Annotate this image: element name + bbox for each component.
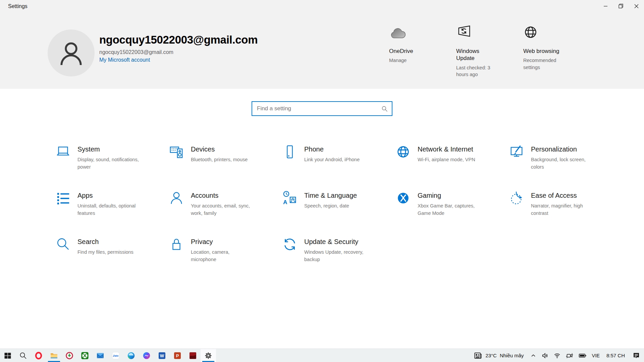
- microsoft-account-link[interactable]: My Microsoft account: [99, 57, 150, 63]
- settings-home-header: Settings ngocquy15022003@gmail.com ngocq…: [0, 0, 644, 89]
- taskbar: Zalo: [0, 349, 644, 362]
- close-icon: [634, 4, 639, 8]
- svg-text:P: P: [176, 353, 179, 358]
- quick-link-onedrive[interactable]: OneDrive Manage: [389, 23, 433, 64]
- hidden-icons-chevron[interactable]: [528, 349, 539, 362]
- action-center-button[interactable]: [629, 349, 644, 362]
- notification-icon: [632, 352, 640, 360]
- tile-devices[interactable]: Devices Bluetooth, printers, mouse: [169, 144, 282, 180]
- tile-ease-of-access[interactable]: Ease of Access Narrator, magnifier, high…: [509, 190, 622, 226]
- taskbar-apps: Zalo: [0, 349, 216, 362]
- lock-icon: [169, 237, 184, 252]
- devices-icon: [169, 144, 184, 160]
- settings-grid: System Display, sound, notifications, po…: [55, 144, 622, 272]
- tile-apps[interactable]: Apps Uninstall, defaults, optional featu…: [55, 190, 169, 226]
- globe-icon: [523, 25, 538, 40]
- window-controls: [598, 0, 644, 12]
- search-icon: [19, 352, 27, 360]
- opera-icon: [35, 352, 43, 360]
- svg-text:A: A: [283, 199, 287, 205]
- sync-icon: [282, 237, 298, 252]
- personalization-icon: [509, 144, 524, 160]
- quick-link-title: Web browsing: [523, 48, 574, 55]
- ease-of-access-icon: [509, 190, 524, 206]
- volume-icon: [541, 352, 549, 359]
- quick-link-title: Windows Update: [456, 48, 496, 62]
- quick-link-web-browsing[interactable]: Web browsing Recommended settings: [523, 23, 574, 71]
- windows-logo-icon: [4, 352, 12, 360]
- search-input[interactable]: [257, 105, 381, 112]
- svg-text:Zalo: Zalo: [113, 354, 119, 357]
- taskbar-opera-button[interactable]: [31, 349, 46, 362]
- account-info: ngocquy15022003@gmail.com ngocquy1502200…: [99, 34, 258, 63]
- taskbar-messenger-button[interactable]: [139, 349, 154, 362]
- wifi-button[interactable]: [551, 349, 563, 362]
- taskbar-edge-button[interactable]: [123, 349, 139, 362]
- quick-link-subtitle: Last checked: 3 hours ago: [456, 64, 496, 78]
- search-icon: [55, 237, 71, 252]
- weather-condition: Nhiều mây: [500, 353, 524, 358]
- zalo-icon: Zalo: [112, 352, 120, 360]
- quick-link-subtitle: Manage: [389, 57, 433, 64]
- battery-indicator[interactable]: [576, 349, 589, 362]
- camera-icon: [566, 352, 574, 360]
- tile-phone[interactable]: Phone Link your Android, iPhone: [282, 144, 395, 180]
- tile-update-security[interactable]: Update & Security Windows Update, recove…: [282, 237, 395, 272]
- tile-personalization[interactable]: Personalization Background, lock screen,…: [509, 144, 622, 180]
- clock[interactable]: 8:57 CH: [603, 349, 629, 362]
- meet-now-camera-button[interactable]: [563, 349, 576, 362]
- taskbar-zalo-button[interactable]: Zalo: [108, 349, 123, 362]
- xbox-icon: [81, 352, 89, 360]
- taskbar-idm-button[interactable]: [62, 349, 77, 362]
- tile-gaming[interactable]: Gaming Xbox Game Bar, captures, Game Mod…: [395, 190, 509, 226]
- settings-window: Settings ngocquy15022003@gmail.com ngocq…: [0, 0, 644, 362]
- news-icon: [474, 351, 482, 360]
- gear-icon: [204, 352, 212, 360]
- close-button[interactable]: [629, 0, 644, 12]
- taskbar-mail-button[interactable]: [93, 349, 108, 362]
- system-tray: 23°C Nhiều mây: [470, 349, 644, 362]
- tile-search[interactable]: Search Find my files, permissions: [55, 237, 169, 272]
- restore-icon: [619, 4, 623, 8]
- search-icon: [381, 106, 388, 112]
- word-icon: W: [158, 352, 166, 360]
- phone-icon: [282, 144, 298, 160]
- tile-time-language[interactable]: A Time & Language Speech, region, date: [282, 190, 395, 226]
- search-box[interactable]: [252, 101, 392, 116]
- quick-link-windows-update[interactable]: Windows Update Last checked: 3 hours ago: [456, 23, 496, 78]
- weather-temperature: 23°C: [485, 353, 497, 358]
- tile-privacy[interactable]: Privacy Location, camera, microphone: [169, 237, 282, 272]
- onedrive-cloud-icon: [389, 26, 407, 40]
- person-icon: [169, 190, 184, 206]
- taskbar-powerpoint-button[interactable]: P: [170, 349, 185, 362]
- taskbar-settings-button[interactable]: [201, 349, 216, 362]
- taskbar-file-explorer-button[interactable]: [46, 349, 62, 362]
- minimize-button[interactable]: [598, 0, 613, 12]
- weather-widget[interactable]: 23°C Nhiều mây: [470, 349, 527, 362]
- account-email: ngocquy15022003@gmail.com: [99, 49, 258, 55]
- laptop-icon: [55, 144, 71, 160]
- language-indicator[interactable]: VIE: [589, 349, 603, 362]
- xbox-icon: [395, 190, 411, 206]
- minimize-icon: [603, 4, 608, 8]
- idm-icon: [65, 352, 73, 360]
- taskbar-search-button[interactable]: [15, 349, 31, 362]
- folder-icon: [50, 352, 58, 360]
- windows-update-icon: [456, 24, 472, 40]
- tile-network[interactable]: Network & Internet Wi-Fi, airplane mode,…: [395, 144, 509, 180]
- person-icon: [56, 38, 87, 68]
- avatar: [48, 29, 95, 76]
- tile-accounts[interactable]: Accounts Your accounts, email, sync, wor…: [169, 190, 282, 226]
- start-button[interactable]: [0, 349, 15, 362]
- restore-button[interactable]: [613, 0, 629, 12]
- taskbar-word-button[interactable]: W: [154, 349, 170, 362]
- tile-system[interactable]: System Display, sound, notifications, po…: [55, 144, 169, 180]
- taskbar-red-app-button[interactable]: [185, 349, 201, 362]
- taskbar-xbox-button[interactable]: [77, 349, 93, 362]
- powerpoint-icon: P: [173, 352, 181, 360]
- globe-icon: [395, 144, 411, 160]
- volume-button[interactable]: [539, 349, 551, 362]
- mail-icon: [96, 352, 104, 360]
- window-title: Settings: [8, 3, 28, 9]
- quick-link-subtitle: Recommended settings: [523, 57, 574, 71]
